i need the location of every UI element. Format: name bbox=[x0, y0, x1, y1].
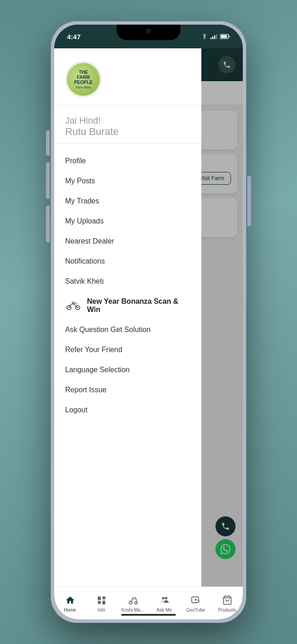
menu-label-report-issue: Report Issue bbox=[65, 386, 107, 394]
home-nav-icon bbox=[64, 594, 76, 606]
volume-down-button bbox=[46, 206, 50, 242]
greeting-jai-hind: Jai Hind! bbox=[65, 115, 190, 126]
krishi-nav-icon bbox=[127, 594, 139, 606]
menu-label-satvik-kheti: Satvik Kheti bbox=[65, 277, 103, 286]
menu-label-notifications: Notifications bbox=[65, 257, 105, 265]
menu-label-profile: Profile bbox=[65, 157, 86, 165]
products-nav-icon bbox=[221, 594, 233, 606]
info-nav-icon bbox=[96, 594, 108, 606]
drawer-menu: Profile My Posts My Trades My Uploads bbox=[54, 147, 201, 587]
krishi-nav-label: Krishi Ma... bbox=[121, 608, 144, 613]
wifi-icon bbox=[201, 34, 208, 39]
svg-point-24 bbox=[164, 597, 167, 599]
navigation-drawer: THE FARM PEOPLE Farm More Jai Hi bbox=[54, 48, 201, 587]
menu-label-nearest-dealer: Nearest Dealer bbox=[65, 237, 114, 245]
menu-item-ask-question[interactable]: Ask Question Get Solution bbox=[54, 320, 201, 340]
menu-item-profile[interactable]: Profile bbox=[54, 151, 201, 171]
home-nav-label: Home bbox=[64, 608, 76, 613]
svg-rect-19 bbox=[102, 596, 105, 599]
screen-content: 4:47 bbox=[54, 25, 243, 619]
status-time: 4:47 bbox=[67, 33, 81, 41]
nav-home[interactable]: Home bbox=[54, 594, 86, 613]
menu-item-my-trades[interactable]: My Trades bbox=[54, 191, 201, 211]
greeting-user-name: Rutu Burate bbox=[65, 126, 190, 138]
phone-screen: 4:47 bbox=[54, 25, 243, 619]
people-icon bbox=[159, 595, 169, 605]
motorcycle-icon bbox=[65, 299, 82, 312]
svg-point-22 bbox=[135, 602, 137, 604]
status-bar: 4:47 bbox=[54, 25, 243, 48]
menu-item-refer-friend[interactable]: Refer Your Friend bbox=[54, 340, 201, 360]
phone-frame: 4:47 bbox=[51, 21, 246, 623]
svg-rect-18 bbox=[97, 601, 100, 603]
camera bbox=[146, 28, 151, 34]
nav-krishi-ma[interactable]: Krishi Ma... bbox=[117, 594, 148, 613]
svg-text:6: 6 bbox=[198, 599, 200, 602]
menu-label-logout: Logout bbox=[65, 406, 87, 414]
geotube-nav-icon: 6 bbox=[190, 594, 202, 606]
status-icons bbox=[201, 34, 230, 39]
menu-item-notifications[interactable]: Notifications bbox=[54, 251, 201, 271]
signal-icon bbox=[210, 34, 218, 39]
bottom-navigation: Home Info bbox=[54, 587, 243, 619]
drawer-logo-area: THE FARM PEOPLE Farm More bbox=[54, 48, 201, 106]
ask-me-nav-label: Ask Me bbox=[157, 608, 172, 613]
svg-point-15 bbox=[77, 307, 78, 308]
svg-rect-1 bbox=[212, 36, 213, 39]
logo-tagline: Farm More bbox=[74, 86, 93, 89]
nav-info[interactable]: Info bbox=[86, 594, 117, 613]
nav-products[interactable]: Products bbox=[211, 594, 243, 613]
menu-label-refer-friend: Refer Your Friend bbox=[65, 346, 122, 354]
svg-marker-26 bbox=[195, 598, 197, 601]
info-nav-label: Info bbox=[97, 608, 105, 613]
menu-label-ask-question: Ask Question Get Solution bbox=[65, 326, 151, 334]
svg-rect-2 bbox=[214, 36, 215, 39]
battery-icon bbox=[220, 34, 230, 39]
menu-item-my-uploads[interactable]: My Uploads bbox=[54, 211, 201, 231]
menu-item-nearest-dealer[interactable]: Nearest Dealer bbox=[54, 231, 201, 251]
menu-item-logout[interactable]: Logout bbox=[54, 400, 201, 420]
bag-icon bbox=[222, 595, 232, 605]
menu-label-my-trades: My Trades bbox=[65, 197, 99, 205]
logo-text: THE FARM PEOPLE bbox=[74, 70, 93, 85]
notch bbox=[117, 25, 180, 40]
svg-rect-3 bbox=[216, 34, 217, 39]
menu-label-my-uploads: My Uploads bbox=[65, 217, 103, 225]
motorcycle-svg-icon bbox=[66, 299, 81, 312]
power-button bbox=[247, 176, 251, 226]
menu-label-my-posts: My Posts bbox=[65, 177, 95, 185]
geotube-nav-label: GeoTube bbox=[186, 608, 205, 613]
app-logo: THE FARM PEOPLE Farm More bbox=[65, 61, 102, 98]
menu-item-new-year-bonanza[interactable]: New Year Bonanza Scan & Win bbox=[54, 291, 201, 320]
video-icon: 6 bbox=[191, 595, 201, 605]
logo-inner: THE FARM PEOPLE Farm More bbox=[67, 63, 100, 96]
volume-up-button bbox=[46, 162, 50, 199]
menu-label-language-selection: Language Selection bbox=[65, 366, 129, 374]
menu-label-new-year-bonanza: New Year Bonanza Scan & Win bbox=[87, 297, 190, 314]
tractor-icon bbox=[128, 595, 138, 605]
menu-item-language-selection[interactable]: Language Selection bbox=[54, 360, 201, 380]
svg-point-23 bbox=[162, 597, 164, 599]
menu-item-report-issue[interactable]: Report Issue bbox=[54, 380, 201, 400]
svg-rect-20 bbox=[102, 600, 105, 604]
nav-geotube[interactable]: 6 GeoTube bbox=[180, 594, 211, 613]
drawer-greeting: Jai Hind! Rutu Burate bbox=[54, 106, 201, 143]
nav-ask-me[interactable]: Ask Me bbox=[148, 594, 180, 613]
svg-rect-6 bbox=[221, 35, 227, 38]
ask-me-nav-icon bbox=[159, 594, 170, 606]
menu-item-satvik-kheti[interactable]: Satvik Kheti bbox=[54, 271, 201, 291]
svg-rect-17 bbox=[97, 596, 100, 600]
mute-button bbox=[46, 130, 50, 156]
svg-rect-5 bbox=[229, 36, 230, 37]
svg-point-16 bbox=[72, 302, 74, 304]
svg-rect-0 bbox=[210, 37, 211, 39]
menu-item-my-posts[interactable]: My Posts bbox=[54, 171, 201, 191]
products-nav-label: Products bbox=[218, 608, 236, 613]
app-area: 11 Tue, Mar 12 ☀️ 33° bbox=[54, 48, 243, 587]
info-icon bbox=[97, 595, 107, 605]
home-icon bbox=[65, 595, 75, 605]
home-indicator bbox=[121, 614, 176, 616]
